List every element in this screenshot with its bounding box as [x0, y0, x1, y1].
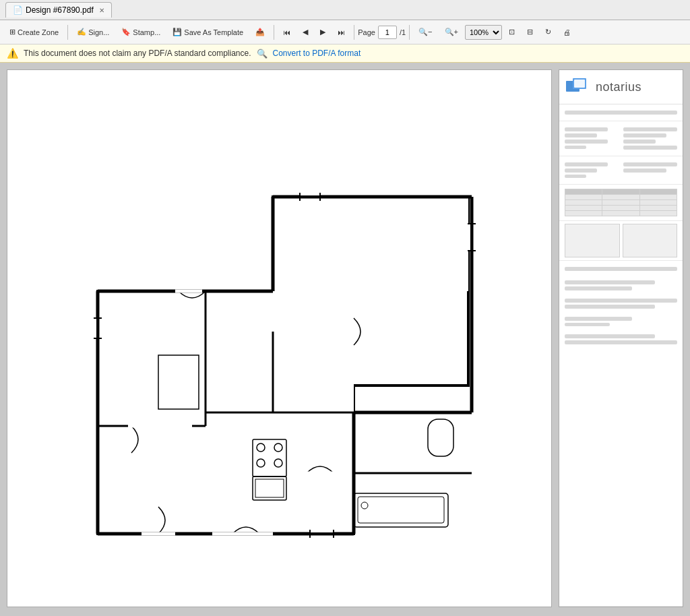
template-line	[565, 162, 608, 166]
zoom-in-button[interactable]: 🔍+	[439, 25, 464, 39]
table-row	[565, 195, 677, 200]
stamp-button[interactable]: 🔖 Stamp...	[116, 25, 166, 39]
template-line	[565, 168, 597, 173]
page-total: /1	[400, 28, 406, 36]
right-panel: notarius	[559, 69, 683, 607]
table-cell	[639, 195, 677, 200]
convert-pdf-link[interactable]: Convert to PDF/A format	[273, 49, 361, 58]
save-as-template-label: Save As Template	[184, 28, 243, 36]
table-cell	[602, 211, 639, 216]
create-zone-icon: ⊞	[9, 28, 15, 36]
page-navigation: Page /1	[358, 26, 406, 39]
notarius-header: notarius	[559, 70, 683, 104]
template-line	[565, 140, 608, 144]
table-row	[565, 189, 677, 195]
sign-button[interactable]: ✍ Sign...	[71, 25, 115, 39]
table-cell	[639, 189, 677, 195]
rotate-icon: ↻	[545, 28, 551, 36]
table-cell	[602, 195, 639, 200]
tab-title: Design #67890.pdf	[26, 5, 94, 15]
table-cell	[565, 200, 602, 206]
fit-page-icon: ⊡	[509, 28, 515, 36]
template-section-1	[559, 104, 683, 121]
svg-rect-33	[358, 497, 444, 523]
nav-prev-button[interactable]: ◀	[297, 25, 313, 39]
fit-width-button[interactable]: ⊟	[522, 25, 538, 39]
table-cell	[565, 189, 602, 195]
template-two-col	[565, 160, 677, 180]
table-cell	[565, 211, 602, 216]
table-cell	[565, 206, 602, 211]
table-cell	[565, 195, 602, 200]
template-line	[565, 127, 608, 131]
zoom-out-icon: 🔍−	[418, 28, 432, 36]
nav-next-button[interactable]: ▶	[315, 25, 331, 39]
template-line	[623, 127, 678, 131]
template-col-right	[623, 125, 678, 152]
template-line	[565, 111, 677, 115]
template-table-section	[559, 185, 683, 221]
table-row	[565, 211, 677, 216]
zoom-select[interactable]: 50% 75% 100% 125% 150% 200%	[465, 25, 502, 40]
separator-3	[354, 25, 354, 40]
template-line	[565, 133, 597, 137]
document-tab[interactable]: 📄 Design #67890.pdf ✕	[5, 2, 112, 18]
template-line	[623, 140, 656, 144]
svg-rect-36	[428, 419, 453, 456]
nav-prev-icon: ◀	[303, 28, 308, 36]
title-bar: 📄 Design #67890.pdf ✕	[0, 0, 690, 20]
separator-1	[67, 25, 68, 40]
notarius-name: notarius	[596, 80, 641, 94]
tab-close-button[interactable]: ✕	[99, 7, 104, 14]
pdf-icon: 📄	[13, 5, 23, 15]
template-col-left	[565, 125, 619, 152]
export-button[interactable]: 📤	[250, 25, 270, 39]
template-line	[565, 340, 677, 344]
template-section-2	[559, 121, 683, 156]
nav-last-icon: ⏭	[338, 28, 345, 36]
table-cell	[639, 200, 677, 206]
floorplan-svg	[44, 129, 515, 547]
sign-icon: ✍	[77, 28, 86, 36]
warning-icon: ⚠️	[7, 48, 18, 59]
zoom-in-icon: 🔍+	[445, 28, 458, 36]
template-box-row	[565, 224, 677, 257]
save-as-template-button[interactable]: 💾 Save As Template	[167, 25, 249, 39]
template-line	[623, 133, 666, 137]
template-section-3	[559, 156, 683, 185]
template-line	[565, 299, 677, 303]
svg-rect-32	[354, 493, 448, 527]
template-line	[565, 323, 610, 326]
template-line	[565, 267, 677, 271]
toolbar: ⊞ Create Zone ✍ Sign... 🔖 Stamp... 💾 Sav…	[0, 20, 690, 44]
nav-first-button[interactable]: ⏮	[278, 26, 296, 39]
template-line	[565, 334, 655, 338]
main-content: notarius	[0, 63, 690, 614]
pdf-viewer[interactable]	[7, 69, 552, 607]
stamp-icon: 🔖	[121, 28, 131, 36]
table-cell	[602, 206, 639, 211]
rotate-button[interactable]: ↻	[540, 25, 557, 39]
create-zone-button[interactable]: ⊞ Create Zone	[4, 25, 64, 39]
template-line	[623, 146, 678, 150]
print-button[interactable]: 🖨	[558, 26, 576, 39]
create-zone-label: Create Zone	[18, 28, 59, 36]
notarius-logo-icon	[566, 78, 590, 96]
separator-4	[409, 25, 410, 40]
nav-first-icon: ⏮	[283, 28, 290, 36]
zoom-out-button[interactable]: 🔍−	[413, 25, 437, 39]
template-line	[565, 305, 655, 309]
template-line	[623, 162, 678, 166]
stamp-label: Stamp...	[133, 28, 160, 36]
sign-label: Sign...	[88, 28, 109, 36]
fit-page-button[interactable]: ⊡	[503, 25, 520, 39]
page-input[interactable]	[378, 26, 397, 39]
template-col-left	[565, 160, 619, 180]
notification-text: This document does not claim any PDF/A s…	[24, 49, 251, 58]
template-line	[565, 280, 655, 284]
nav-last-button[interactable]: ⏭	[332, 26, 350, 39]
table-row	[565, 200, 677, 206]
page-label: Page	[358, 28, 375, 36]
template-line	[565, 146, 586, 149]
print-icon: 🖨	[563, 28, 571, 36]
